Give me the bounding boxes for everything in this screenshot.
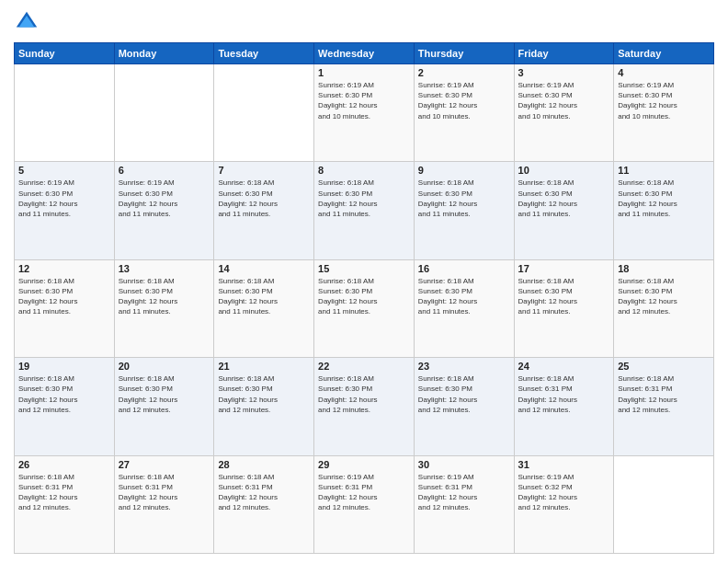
calendar-cell bbox=[114, 64, 214, 162]
day-info: Sunrise: 6:18 AM Sunset: 6:31 PM Dayligh… bbox=[119, 472, 210, 513]
weekday-header-wednesday: Wednesday bbox=[314, 43, 415, 64]
weekday-header-saturday: Saturday bbox=[614, 43, 714, 64]
calendar-cell: 1Sunrise: 6:19 AM Sunset: 6:30 PM Daylig… bbox=[314, 64, 415, 162]
calendar-cell: 18Sunrise: 6:18 AM Sunset: 6:30 PM Dayli… bbox=[614, 259, 714, 357]
calendar-cell: 9Sunrise: 6:18 AM Sunset: 6:30 PM Daylig… bbox=[414, 162, 514, 259]
day-number: 1 bbox=[318, 67, 410, 78]
weekday-header-row: SundayMondayTuesdayWednesdayThursdayFrid… bbox=[15, 43, 714, 64]
calendar-cell: 27Sunrise: 6:18 AM Sunset: 6:31 PM Dayli… bbox=[114, 455, 214, 553]
weekday-header-thursday: Thursday bbox=[414, 43, 514, 64]
day-number: 29 bbox=[318, 459, 410, 470]
day-info: Sunrise: 6:18 AM Sunset: 6:31 PM Dayligh… bbox=[518, 373, 610, 415]
day-info: Sunrise: 6:19 AM Sunset: 6:30 PM Dayligh… bbox=[618, 80, 710, 121]
day-info: Sunrise: 6:18 AM Sunset: 6:30 PM Dayligh… bbox=[119, 373, 210, 415]
day-info: Sunrise: 6:18 AM Sunset: 6:30 PM Dayligh… bbox=[318, 373, 410, 415]
calendar-cell: 4Sunrise: 6:19 AM Sunset: 6:30 PM Daylig… bbox=[614, 64, 714, 162]
day-number: 22 bbox=[318, 361, 410, 372]
weekday-header-sunday: Sunday bbox=[15, 43, 115, 64]
day-number: 31 bbox=[518, 459, 610, 470]
logo bbox=[14, 9, 43, 35]
calendar-cell: 20Sunrise: 6:18 AM Sunset: 6:30 PM Dayli… bbox=[114, 358, 214, 455]
calendar-week-1: 1Sunrise: 6:19 AM Sunset: 6:30 PM Daylig… bbox=[15, 64, 714, 162]
day-info: Sunrise: 6:18 AM Sunset: 6:30 PM Dayligh… bbox=[618, 178, 710, 219]
day-info: Sunrise: 6:19 AM Sunset: 6:30 PM Dayligh… bbox=[418, 80, 510, 121]
calendar-week-4: 19Sunrise: 6:18 AM Sunset: 6:30 PM Dayli… bbox=[15, 358, 714, 455]
day-number: 27 bbox=[119, 459, 210, 470]
day-number: 8 bbox=[318, 165, 410, 176]
day-info: Sunrise: 6:18 AM Sunset: 6:30 PM Dayligh… bbox=[318, 276, 410, 317]
weekday-header-friday: Friday bbox=[514, 43, 614, 64]
calendar-cell: 19Sunrise: 6:18 AM Sunset: 6:30 PM Dayli… bbox=[15, 358, 115, 455]
calendar-cell: 29Sunrise: 6:19 AM Sunset: 6:31 PM Dayli… bbox=[314, 455, 415, 553]
calendar-cell: 21Sunrise: 6:18 AM Sunset: 6:30 PM Dayli… bbox=[214, 358, 314, 455]
day-number: 15 bbox=[318, 263, 410, 274]
day-info: Sunrise: 6:18 AM Sunset: 6:30 PM Dayligh… bbox=[18, 276, 110, 317]
calendar-cell: 10Sunrise: 6:18 AM Sunset: 6:30 PM Dayli… bbox=[514, 162, 614, 259]
day-info: Sunrise: 6:18 AM Sunset: 6:31 PM Dayligh… bbox=[218, 472, 310, 513]
day-info: Sunrise: 6:19 AM Sunset: 6:31 PM Dayligh… bbox=[318, 472, 410, 513]
day-number: 21 bbox=[218, 361, 310, 372]
day-info: Sunrise: 6:19 AM Sunset: 6:30 PM Dayligh… bbox=[318, 80, 410, 121]
day-number: 5 bbox=[18, 165, 110, 176]
calendar-cell: 31Sunrise: 6:19 AM Sunset: 6:32 PM Dayli… bbox=[514, 455, 614, 553]
calendar-cell: 16Sunrise: 6:18 AM Sunset: 6:30 PM Dayli… bbox=[414, 259, 514, 357]
calendar-cell bbox=[15, 64, 115, 162]
weekday-header-monday: Monday bbox=[114, 43, 214, 64]
day-info: Sunrise: 6:18 AM Sunset: 6:30 PM Dayligh… bbox=[418, 373, 510, 415]
day-number: 2 bbox=[418, 67, 510, 78]
day-info: Sunrise: 6:18 AM Sunset: 6:30 PM Dayligh… bbox=[218, 178, 310, 219]
calendar-week-3: 12Sunrise: 6:18 AM Sunset: 6:30 PM Dayli… bbox=[15, 259, 714, 357]
page-header bbox=[14, 9, 714, 35]
day-number: 13 bbox=[119, 263, 210, 274]
day-number: 14 bbox=[218, 263, 310, 274]
day-number: 9 bbox=[418, 165, 510, 176]
day-info: Sunrise: 6:18 AM Sunset: 6:30 PM Dayligh… bbox=[218, 276, 310, 317]
day-info: Sunrise: 6:18 AM Sunset: 6:31 PM Dayligh… bbox=[18, 472, 110, 513]
day-number: 24 bbox=[518, 361, 610, 372]
calendar-cell: 25Sunrise: 6:18 AM Sunset: 6:31 PM Dayli… bbox=[614, 358, 714, 455]
calendar-cell bbox=[214, 64, 314, 162]
day-info: Sunrise: 6:18 AM Sunset: 6:30 PM Dayligh… bbox=[618, 276, 710, 317]
day-number: 4 bbox=[618, 67, 710, 78]
calendar-cell: 17Sunrise: 6:18 AM Sunset: 6:30 PM Dayli… bbox=[514, 259, 614, 357]
day-number: 3 bbox=[518, 67, 610, 78]
calendar-cell: 5Sunrise: 6:19 AM Sunset: 6:30 PM Daylig… bbox=[15, 162, 115, 259]
day-info: Sunrise: 6:18 AM Sunset: 6:30 PM Dayligh… bbox=[18, 373, 110, 415]
day-number: 19 bbox=[18, 361, 110, 372]
calendar-cell: 15Sunrise: 6:18 AM Sunset: 6:30 PM Dayli… bbox=[314, 259, 415, 357]
calendar-cell: 3Sunrise: 6:19 AM Sunset: 6:30 PM Daylig… bbox=[514, 64, 614, 162]
day-number: 12 bbox=[18, 263, 110, 274]
calendar-cell: 2Sunrise: 6:19 AM Sunset: 6:30 PM Daylig… bbox=[414, 64, 514, 162]
calendar-week-5: 26Sunrise: 6:18 AM Sunset: 6:31 PM Dayli… bbox=[15, 455, 714, 553]
calendar-cell: 14Sunrise: 6:18 AM Sunset: 6:30 PM Dayli… bbox=[214, 259, 314, 357]
day-number: 16 bbox=[418, 263, 510, 274]
day-number: 11 bbox=[618, 165, 710, 176]
day-number: 6 bbox=[119, 165, 210, 176]
calendar-cell: 12Sunrise: 6:18 AM Sunset: 6:30 PM Dayli… bbox=[15, 259, 115, 357]
day-number: 25 bbox=[618, 361, 710, 372]
day-info: Sunrise: 6:19 AM Sunset: 6:31 PM Dayligh… bbox=[418, 472, 510, 513]
day-info: Sunrise: 6:18 AM Sunset: 6:30 PM Dayligh… bbox=[418, 178, 510, 219]
day-info: Sunrise: 6:19 AM Sunset: 6:32 PM Dayligh… bbox=[518, 472, 610, 513]
day-info: Sunrise: 6:18 AM Sunset: 6:31 PM Dayligh… bbox=[618, 373, 710, 415]
weekday-header-tuesday: Tuesday bbox=[214, 43, 314, 64]
calendar-week-2: 5Sunrise: 6:19 AM Sunset: 6:30 PM Daylig… bbox=[15, 162, 714, 259]
calendar-cell: 26Sunrise: 6:18 AM Sunset: 6:31 PM Dayli… bbox=[15, 455, 115, 553]
day-info: Sunrise: 6:18 AM Sunset: 6:30 PM Dayligh… bbox=[518, 276, 610, 317]
calendar-cell: 22Sunrise: 6:18 AM Sunset: 6:30 PM Dayli… bbox=[314, 358, 415, 455]
day-info: Sunrise: 6:18 AM Sunset: 6:30 PM Dayligh… bbox=[119, 276, 210, 317]
day-number: 23 bbox=[418, 361, 510, 372]
day-number: 10 bbox=[518, 165, 610, 176]
calendar-cell: 11Sunrise: 6:18 AM Sunset: 6:30 PM Dayli… bbox=[614, 162, 714, 259]
calendar-cell: 23Sunrise: 6:18 AM Sunset: 6:30 PM Dayli… bbox=[414, 358, 514, 455]
day-number: 30 bbox=[418, 459, 510, 470]
day-number: 26 bbox=[18, 459, 110, 470]
calendar-cell: 7Sunrise: 6:18 AM Sunset: 6:30 PM Daylig… bbox=[214, 162, 314, 259]
day-info: Sunrise: 6:19 AM Sunset: 6:30 PM Dayligh… bbox=[518, 80, 610, 121]
day-number: 18 bbox=[618, 263, 710, 274]
calendar-cell: 6Sunrise: 6:19 AM Sunset: 6:30 PM Daylig… bbox=[114, 162, 214, 259]
day-info: Sunrise: 6:18 AM Sunset: 6:30 PM Dayligh… bbox=[418, 276, 510, 317]
day-number: 17 bbox=[518, 263, 610, 274]
logo-icon bbox=[14, 9, 40, 35]
calendar-cell: 30Sunrise: 6:19 AM Sunset: 6:31 PM Dayli… bbox=[414, 455, 514, 553]
